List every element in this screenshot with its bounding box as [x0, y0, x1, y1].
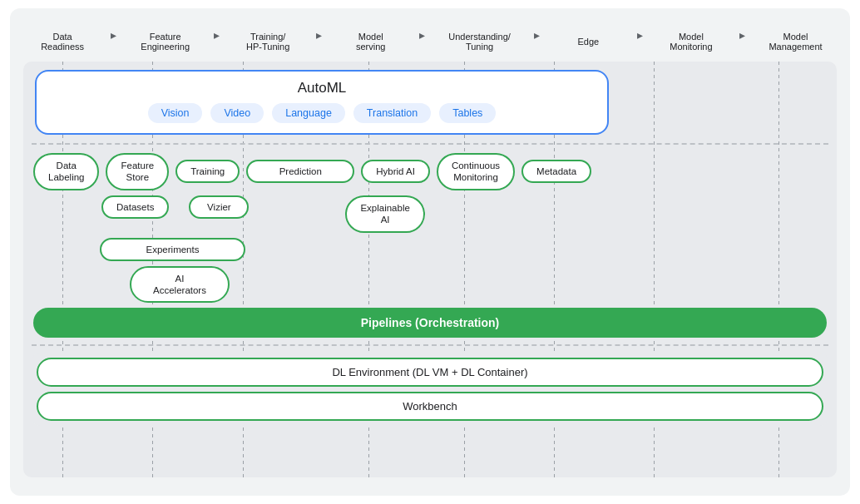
pill-label: Explainable: [360, 202, 409, 214]
diagram-container: Data Readiness ▸ Feature Engineering ▸ T…: [10, 8, 850, 496]
step-model-serving: Model serving: [346, 32, 396, 52]
step-label: Understanding/ Tuning: [448, 32, 511, 52]
step-label: Model Management: [769, 32, 822, 52]
step-data-readiness: Data Readiness: [37, 32, 87, 52]
pipelines-bar: Pipelines (Orchestration): [33, 308, 827, 338]
pill-label: DL Environment (DL VM + DL Container): [332, 366, 527, 378]
main-content-area: AutoML Vision Video Language Translation…: [23, 62, 837, 477]
pill-label2: Monitoring: [453, 171, 498, 183]
pill-feature-store: Feature Store: [106, 153, 169, 190]
pill-label2: AI: [381, 214, 390, 225]
divider-1: [32, 143, 828, 145]
pill-label: Workbench: [403, 400, 457, 413]
spacer-4: [35, 266, 130, 304]
pill-label: Metadata: [536, 166, 576, 176]
step-model-management: Model Management: [769, 32, 822, 52]
pill-hybrid-ai: Hybrid AI: [361, 160, 430, 183]
pill-label: Data: [57, 160, 77, 171]
pill-datasets: Datasets: [101, 195, 169, 219]
spacer-3: [35, 238, 100, 261]
step-edge: Edge: [563, 37, 613, 47]
pill-ai-accelerators: AI Accelerators: [130, 266, 230, 304]
pill-data-labeling: Data Labeling: [33, 153, 99, 190]
pipeline-steps-row: Data Readiness ▸ Feature Engineering ▸ T…: [23, 17, 837, 62]
step-label: Training/ HP-Tuning: [246, 32, 289, 52]
step-label: Model serving: [356, 32, 385, 52]
chip-video: Video: [210, 103, 264, 123]
pill-dl-environment: DL Environment (DL VM + DL Container): [37, 358, 823, 387]
pill-prediction: Prediction: [246, 160, 354, 183]
step-understanding-tuning: Understanding/ Tuning: [448, 32, 511, 52]
components-row-2: Datasets Vizier Explainable AI: [33, 195, 827, 233]
arrow-5: ▸: [534, 28, 540, 42]
pill-experiments: Experiments: [100, 238, 245, 261]
automl-chips: Vision Video Language Translation Tables: [52, 103, 592, 123]
arrow-4: ▸: [419, 28, 425, 42]
pill-label: Vizier: [207, 202, 231, 212]
pill-continuous-monitoring: Continuous Monitoring: [437, 153, 515, 190]
arrow-2: ▸: [214, 28, 220, 42]
arrow-6: ▸: [637, 28, 643, 42]
components-row-4: AI Accelerators: [33, 266, 827, 304]
pill-label: Experiments: [146, 245, 200, 254]
chip-tables: Tables: [439, 103, 496, 123]
components-row-3: Experiments: [33, 238, 827, 261]
step-label: Feature Engineering: [141, 32, 190, 52]
step-label: Edge: [578, 37, 600, 47]
chip-language: Language: [272, 103, 345, 123]
chip-vision: Vision: [148, 103, 203, 123]
pill-label: AI: [175, 273, 185, 284]
pill-label2: Accelerators: [153, 284, 206, 296]
automl-box: AutoML Vision Video Language Translation…: [35, 70, 609, 135]
pipelines-label: Pipelines (Orchestration): [361, 316, 499, 329]
automl-title: AutoML: [52, 80, 592, 96]
arrow-1: ▸: [111, 28, 116, 42]
pill-label: Training: [190, 166, 225, 176]
pill-label2: Labeling: [48, 171, 84, 183]
pill-label: Datasets: [116, 202, 154, 212]
pill-vizier: Vizier: [189, 195, 249, 219]
step-label: Data Readiness: [41, 32, 84, 52]
pill-training: Training: [175, 160, 240, 183]
pill-label: Prediction: [279, 166, 322, 176]
pill-label2: Store: [126, 171, 150, 183]
step-model-monitoring: Model Monitoring: [666, 32, 716, 52]
pill-label: Continuous: [452, 160, 500, 171]
components-row-1: Data Labeling Feature Store Training Pre…: [33, 153, 827, 190]
components-section: Data Labeling Feature Store Training Pre…: [32, 153, 828, 303]
pill-metadata: Metadata: [521, 160, 591, 183]
pill-label: Hybrid AI: [376, 166, 415, 176]
pill-explainable-ai: Explainable AI: [345, 195, 424, 233]
arrow-7: ▸: [739, 28, 745, 42]
chip-translation: Translation: [353, 103, 431, 123]
step-label: Model Monitoring: [670, 32, 712, 52]
step-feature-engineering: Feature Engineering: [141, 32, 190, 52]
step-training-hp: Training/ HP-Tuning: [243, 32, 293, 52]
divider-2: [32, 344, 828, 346]
pill-label: Feature: [121, 160, 154, 171]
arrow-3: ▸: [316, 28, 322, 42]
bottom-grey-area: DL Environment (DL VM + DL Container) Wo…: [32, 353, 828, 426]
bottom-section: DL Environment (DL VM + DL Container) Wo…: [32, 353, 828, 426]
pill-workbench: Workbench: [37, 392, 823, 421]
